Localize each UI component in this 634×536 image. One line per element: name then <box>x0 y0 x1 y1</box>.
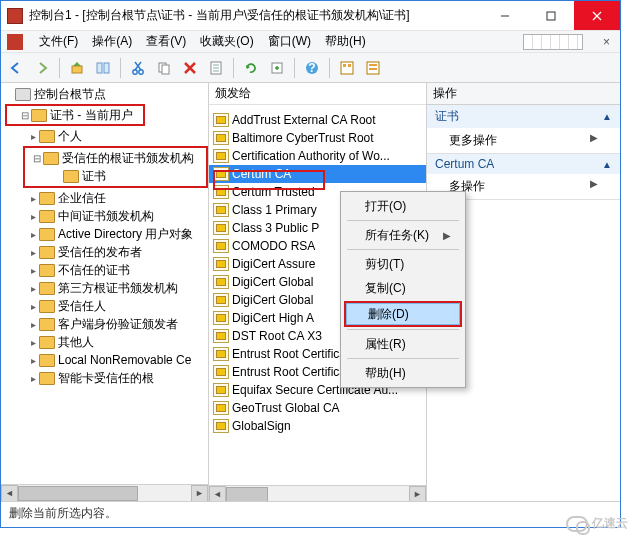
cert-row[interactable]: GlobalSign <box>209 417 426 435</box>
help-button[interactable]: ? <box>301 57 323 79</box>
show-hide-button[interactable] <box>92 57 114 79</box>
window-title: 控制台1 - [控制台根节点\证书 - 当前用户\受信任的根证书颁发机构\证书] <box>29 7 482 24</box>
tree-item[interactable]: ▸智能卡受信任的根 <box>1 369 208 387</box>
ctx-cut[interactable]: 剪切(T) <box>343 252 463 276</box>
tree-root[interactable]: 控制台根节点 <box>1 85 208 103</box>
tree-item[interactable]: ▸个人 <box>1 127 208 145</box>
scroll-left-button[interactable]: ◄ <box>209 486 226 502</box>
svg-rect-6 <box>104 63 109 73</box>
mdi-controls[interactable] <box>523 34 583 50</box>
export-button[interactable] <box>266 57 288 79</box>
toolbar-divider <box>329 58 330 78</box>
tree-item[interactable]: ▸Active Directory 用户对象 <box>1 225 208 243</box>
cert-row[interactable]: AddTrust External CA Root <box>209 111 426 129</box>
menu-favorites[interactable]: 收藏夹(O) <box>200 33 253 50</box>
tree-item[interactable]: ▸受信任的发布者 <box>1 243 208 261</box>
menu-action[interactable]: 操作(A) <box>92 33 132 50</box>
column-header-issued-to[interactable]: 颁发给 <box>209 83 426 105</box>
tree-item[interactable]: ▸受信任人 <box>1 297 208 315</box>
view-mode-2[interactable] <box>362 57 384 79</box>
svg-rect-24 <box>348 64 351 67</box>
svg-text:?: ? <box>308 61 315 75</box>
cert-icon <box>213 167 229 181</box>
tree-trusted-root[interactable]: ⊟受信任的根证书颁发机构 <box>27 149 204 167</box>
svg-rect-27 <box>369 68 377 70</box>
menu-window[interactable]: 窗口(W) <box>268 33 311 50</box>
tree-label: 证书 <box>82 168 106 185</box>
svg-point-7 <box>133 69 137 73</box>
properties-button[interactable] <box>205 57 227 79</box>
cert-icon <box>213 293 229 307</box>
tree-certs-folder[interactable]: 证书 <box>27 167 204 185</box>
cert-row[interactable]: Baltimore CyberTrust Root <box>209 129 426 147</box>
app-icon-small <box>7 34 23 50</box>
tree-item[interactable]: ▸第三方根证书颁发机构 <box>1 279 208 297</box>
cert-icon <box>213 239 229 253</box>
cut-button[interactable] <box>127 57 149 79</box>
ctx-help[interactable]: 帮助(H) <box>343 361 463 385</box>
app-icon <box>7 8 23 24</box>
console-tree[interactable]: 控制台根节点 ⊟证书 - 当前用户 ▸个人 ⊟受信任的根证书颁发机构 证书 ▸企… <box>1 83 208 389</box>
view-mode-1[interactable] <box>336 57 358 79</box>
svg-rect-4 <box>72 66 82 73</box>
mdi-close-button[interactable]: × <box>599 35 614 49</box>
titlebar: 控制台1 - [控制台根节点\证书 - 当前用户\受信任的根证书颁发机构\证书] <box>1 1 620 31</box>
cert-icon <box>213 383 229 397</box>
close-button[interactable] <box>574 1 620 30</box>
tree-item[interactable]: ▸其他人 <box>1 333 208 351</box>
actions-more[interactable]: 更多操作▶ <box>427 128 620 153</box>
cert-icon <box>213 347 229 361</box>
cert-name: DigiCert Assure <box>232 257 315 271</box>
cert-name: Class 3 Public P <box>232 221 319 235</box>
ctx-delete[interactable]: 删除(D) <box>346 303 460 325</box>
scroll-right-button[interactable]: ► <box>191 485 208 502</box>
cert-icon <box>213 203 229 217</box>
tree-hscroll[interactable]: ◄ ► <box>1 484 208 501</box>
menu-help[interactable]: 帮助(H) <box>325 33 366 50</box>
cert-icon <box>213 401 229 415</box>
tree-item[interactable]: ▸不信任的证书 <box>1 261 208 279</box>
forward-button[interactable] <box>31 57 53 79</box>
svg-rect-1 <box>547 12 555 20</box>
list-hscroll[interactable]: ◄ ► <box>209 485 426 501</box>
actions-sec-hdr[interactable]: 证书▲ <box>427 105 620 128</box>
status-bar: 删除当前所选内容。 <box>1 501 620 523</box>
ctx-open[interactable]: 打开(O) <box>343 194 463 218</box>
actions-header: 操作 <box>427 83 620 105</box>
tree-label: 第三方根证书颁发机构 <box>58 280 178 297</box>
menu-file[interactable]: 文件(F) <box>39 33 78 50</box>
svg-rect-5 <box>97 63 102 73</box>
cert-row[interactable]: GeoTrust Global CA <box>209 399 426 417</box>
scroll-left-button[interactable]: ◄ <box>1 485 18 502</box>
svg-rect-22 <box>341 62 353 74</box>
back-button[interactable] <box>5 57 27 79</box>
up-button[interactable] <box>66 57 88 79</box>
toolbar-divider <box>294 58 295 78</box>
delete-button[interactable] <box>179 57 201 79</box>
cert-name: DST Root CA X3 <box>232 329 322 343</box>
refresh-button[interactable] <box>240 57 262 79</box>
svg-rect-23 <box>343 64 346 67</box>
menu-view[interactable]: 查看(V) <box>146 33 186 50</box>
tree-item[interactable]: ▸客户端身份验证颁发者 <box>1 315 208 333</box>
actions-sec-hdr[interactable]: Certum CA▲ <box>427 154 620 174</box>
copy-button[interactable] <box>153 57 175 79</box>
scroll-thumb[interactable] <box>226 487 268 502</box>
ctx-copy[interactable]: 复制(C) <box>343 276 463 300</box>
ctx-all-tasks[interactable]: 所有任务(K)▶ <box>343 223 463 247</box>
ctx-properties[interactable]: 属性(R) <box>343 332 463 356</box>
cert-icon <box>213 275 229 289</box>
cert-icon <box>213 329 229 343</box>
tree-item[interactable]: ▸Local NonRemovable Ce <box>1 351 208 369</box>
tree-certs-user[interactable]: ⊟证书 - 当前用户 <box>9 106 141 124</box>
tree-item[interactable]: ▸企业信任 <box>1 189 208 207</box>
cert-name: DigiCert High A <box>232 311 314 325</box>
scroll-thumb[interactable] <box>18 486 138 501</box>
window-buttons <box>482 1 620 30</box>
minimize-button[interactable] <box>482 1 528 30</box>
cert-row[interactable]: Certum CA <box>209 165 426 183</box>
maximize-button[interactable] <box>528 1 574 30</box>
cert-row[interactable]: Certification Authority of Wo... <box>209 147 426 165</box>
scroll-right-button[interactable]: ► <box>409 486 426 502</box>
tree-item[interactable]: ▸中间证书颁发机构 <box>1 207 208 225</box>
